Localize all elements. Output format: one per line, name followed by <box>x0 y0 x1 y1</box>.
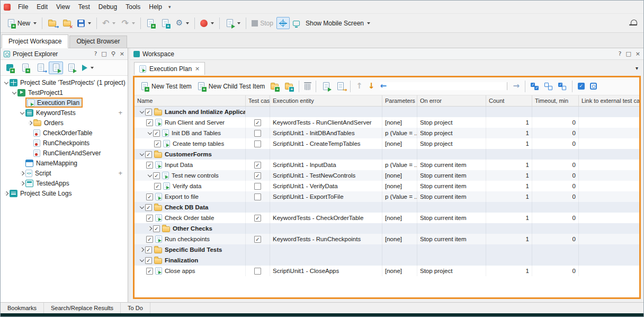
item-enabled-checkbox[interactable] <box>145 246 152 253</box>
test-case-checkbox[interactable] <box>254 268 261 275</box>
item-enabled-checkbox[interactable] <box>154 140 161 147</box>
new-button[interactable]: New <box>4 17 39 30</box>
bottom-tab-to-do[interactable]: To Do <box>121 303 150 313</box>
expand-chevron[interactable] <box>20 110 24 114</box>
pin-button[interactable]: ⚲ <box>111 50 115 57</box>
test-item-row[interactable]: Init DB and TablesScript\Unit1 - InitDBA… <box>135 128 639 138</box>
add-new-item-button[interactable] <box>144 17 158 30</box>
bottom-tab-search-replace-results[interactable]: Search/Replace Results <box>44 303 121 313</box>
tree-item-project-suite-testprojects-1-project[interactable]: Project Suite 'TestProjects' (1 project) <box>1 77 128 87</box>
item-enabled-checkbox[interactable] <box>146 268 153 275</box>
test-case-checkbox[interactable] <box>254 193 261 200</box>
column-header-parameters[interactable]: Parameters <box>382 95 417 106</box>
test-case-checkbox[interactable] <box>254 172 261 179</box>
group-row[interactable]: Finalization <box>135 255 639 266</box>
menu-view[interactable]: View <box>52 2 74 12</box>
record-button[interactable] <box>198 17 217 29</box>
open-button[interactable] <box>45 17 59 30</box>
menubar-overflow-caret[interactable]: ▾ <box>168 4 171 10</box>
show-mobile-screen-toggle[interactable] <box>276 17 290 29</box>
execution-plan-view-button[interactable] <box>49 61 63 74</box>
item-enabled-checkbox[interactable] <box>146 236 153 243</box>
item-enabled-checkbox[interactable] <box>153 225 160 232</box>
test-item-row[interactable]: Create temp tablesScript\Unit1 - CreateT… <box>135 138 639 149</box>
disable-all-button[interactable] <box>542 81 555 92</box>
column-header-name[interactable]: Name <box>135 95 246 106</box>
expand-chevron[interactable] <box>139 152 144 156</box>
test-case-checkbox[interactable] <box>254 130 261 137</box>
tab-execution-plan[interactable]: Execution Plan × <box>134 62 205 75</box>
expand-chevron[interactable] <box>139 205 144 209</box>
item-enabled-checkbox[interactable] <box>145 257 152 264</box>
undo-button[interactable]: ↶ <box>100 17 118 30</box>
test-case-checkbox[interactable] <box>254 140 261 147</box>
enable-selected-button[interactable] <box>576 81 587 91</box>
group-row[interactable]: CustomerForms <box>135 149 639 160</box>
expand-chevron[interactable] <box>4 191 8 195</box>
test-case-checkbox[interactable] <box>254 236 261 243</box>
item-enabled-checkbox[interactable] <box>146 193 153 200</box>
expand-chevron[interactable] <box>147 173 151 177</box>
add-project-button[interactable] <box>18 61 32 74</box>
move-up-button[interactable]: ↑ <box>354 81 365 92</box>
column-header-count[interactable]: Count <box>486 95 532 106</box>
close-panel-button[interactable]: × <box>120 50 124 57</box>
import-project-button[interactable] <box>33 61 48 74</box>
menu-debug[interactable]: Debug <box>94 2 121 12</box>
menu-help[interactable]: Help <box>145 2 166 12</box>
column-header-execution-entity[interactable]: Execution entity <box>270 95 382 106</box>
run-selected-item-button[interactable] <box>319 81 333 92</box>
column-header-timeout-min[interactable]: Timeout, min <box>532 95 579 106</box>
bottom-tab-bookmarks[interactable]: Bookmarks <box>1 303 44 313</box>
group-row[interactable]: Specific Build Tests <box>135 244 639 255</box>
test-case-checkbox[interactable] <box>254 119 261 126</box>
expand-chevron[interactable] <box>147 226 151 231</box>
new-test-item-button[interactable]: New Test Item <box>138 81 194 92</box>
tree-item-namemapping[interactable]: NameMapping <box>1 158 128 168</box>
tree-item-script[interactable]: Script+ <box>1 168 128 178</box>
help-button[interactable]: ? <box>619 50 622 57</box>
item-enabled-checkbox[interactable] <box>153 130 160 137</box>
menu-tools[interactable]: Tools <box>121 2 145 12</box>
tree-item-runcheckpoints[interactable]: RunCheckpoints <box>1 138 128 148</box>
item-enabled-checkbox[interactable] <box>145 204 152 211</box>
help-button[interactable]: ? <box>94 50 97 57</box>
expand-chevron[interactable] <box>139 109 144 113</box>
test-case-checkbox[interactable] <box>254 215 261 222</box>
expand-chevron[interactable] <box>20 171 24 175</box>
delete-item-button[interactable] <box>302 81 312 92</box>
test-item-row[interactable]: Run Client and ServerKeywordTests - RunC… <box>135 117 639 128</box>
item-enabled-checkbox[interactable] <box>146 162 153 169</box>
tree-item-keywordtests[interactable]: KeywordTests+ <box>1 108 128 118</box>
save-all-button[interactable] <box>75 17 94 29</box>
move-down-button[interactable]: ↓ <box>366 81 377 92</box>
test-item-row[interactable]: Test new controlsScript\Unit1 - TestNewC… <box>135 170 639 181</box>
tree-item-runclientandserver[interactable]: RunClientAndServer <box>1 148 128 158</box>
expand-chevron[interactable] <box>139 248 144 252</box>
test-case-checkbox[interactable] <box>254 162 261 169</box>
move-left-button[interactable]: ← <box>378 81 509 92</box>
add-item-button[interactable]: + <box>118 170 122 177</box>
expand-chevron[interactable] <box>4 80 8 84</box>
new-child-group-button[interactable] <box>282 81 296 92</box>
notifications-bell-icon[interactable] <box>629 19 637 27</box>
add-existing-item-button[interactable] <box>158 17 173 30</box>
item-enabled-checkbox[interactable] <box>146 215 153 222</box>
move-right-button[interactable]: → <box>511 81 522 92</box>
close-file-button[interactable] <box>60 17 74 30</box>
test-item-row[interactable]: Verify dataScript\Unit1 - VerifyData[non… <box>135 181 639 191</box>
menu-file[interactable]: File <box>14 2 32 12</box>
expand-chevron[interactable] <box>12 90 16 94</box>
tab-list-dropdown[interactable]: ▾ <box>636 65 638 71</box>
test-item-row[interactable]: Input DataScript\Unit1 - InputDatap (Val… <box>135 160 639 170</box>
redo-button[interactable]: ↷ <box>119 17 137 30</box>
test-case-checkbox[interactable] <box>254 183 261 190</box>
test-item-row[interactable]: Run checkpointsKeywordTests - RunCheckpo… <box>135 234 639 244</box>
group-row[interactable]: Launch and Intialize Applications <box>135 107 639 117</box>
add-item-button[interactable]: + <box>118 109 122 116</box>
options-button[interactable]: ⚙ <box>173 17 192 29</box>
tab-object-browser[interactable]: Object Browser <box>69 36 127 48</box>
device-button[interactable] <box>290 18 302 28</box>
column-header-link-to-external-test-case[interactable]: Link to external test case <box>579 95 639 106</box>
tree-item-checkordertable[interactable]: CheckOrderTable <box>1 128 128 138</box>
